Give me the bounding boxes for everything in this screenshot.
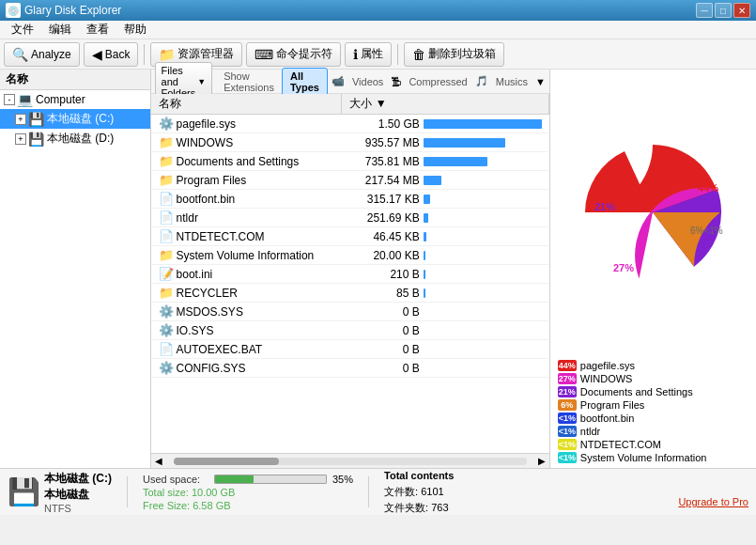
- cmd-button[interactable]: ⌨ 命令提示符: [246, 42, 341, 67]
- toolbar-sep-1: [144, 44, 145, 65]
- scroll-right[interactable]: ▶: [534, 456, 549, 466]
- explorer-icon: 📁: [159, 47, 175, 62]
- upgrade-button[interactable]: Upgrade to Pro: [678, 496, 748, 507]
- used-pct-label: 35%: [332, 474, 353, 485]
- all-types-button[interactable]: All Types: [282, 68, 328, 96]
- file-icon: 📁: [159, 286, 174, 300]
- file-icon: 📄: [159, 229, 174, 243]
- table-row[interactable]: 📁Documents and Settings735.81 MB: [151, 152, 549, 171]
- legend-label: NTDETECT.COM: [580, 439, 661, 450]
- legend-color: <1%: [558, 439, 577, 450]
- table-row[interactable]: ⚙️IO.SYS0 B: [151, 321, 549, 340]
- file-size-value: 0 B: [349, 305, 420, 319]
- legend-label: ntldr: [580, 426, 600, 437]
- close-button[interactable]: ✕: [733, 3, 750, 18]
- legend-label: bootfont.bin: [580, 413, 635, 424]
- back-icon: ◀: [92, 47, 102, 62]
- menu-help[interactable]: 帮助: [116, 20, 154, 39]
- usage-info: Used space: 35% Total size: 10.00 GB Fre…: [143, 473, 353, 511]
- analyze-button[interactable]: 🔍 Analyze: [4, 42, 80, 67]
- legend-color: 27%: [558, 373, 577, 384]
- file-name: System Volume Information: [177, 249, 315, 262]
- sidebar-item-drive-d[interactable]: + 💾 本地磁盘 (D:): [0, 129, 150, 148]
- musics-button[interactable]: Musics: [488, 74, 535, 89]
- file-size-cell: 0 B: [342, 321, 549, 340]
- sidebar: 名称 - 💻 Computer + 💾 本地磁盘 (C:) + 💾 本地磁盘 (…: [0, 70, 151, 468]
- table-row[interactable]: 📁RECYCLER85 B: [151, 284, 549, 303]
- file-size-cell: 735.81 MB: [342, 152, 549, 171]
- menu-edit[interactable]: 编辑: [41, 20, 79, 39]
- menu-view[interactable]: 查看: [79, 20, 116, 39]
- file-size-value: 315.17 KB: [349, 193, 420, 206]
- table-row[interactable]: 📄AUTOEXEC.BAT0 B: [151, 340, 549, 359]
- legend-color: 21%: [558, 386, 577, 397]
- file-table: 名称 大小 ▼ ⚙️pagefile.sys1.50 GB📁WINDOWS935…: [151, 94, 549, 378]
- properties-button[interactable]: ℹ 属性: [345, 42, 392, 67]
- total-size-label: Total size: 10.00 GB: [143, 487, 235, 498]
- usage-bar: [214, 475, 327, 484]
- file-icon: 📁: [159, 154, 174, 168]
- col-name[interactable]: 名称: [151, 94, 342, 115]
- delete-button[interactable]: 🗑 删除到垃圾箱: [404, 42, 504, 67]
- cmd-label: 命令提示符: [276, 46, 332, 62]
- legend-color: 6%: [558, 399, 577, 411]
- file-icon: 📁: [159, 248, 174, 262]
- table-row[interactable]: 📄ntldr251.69 KB: [151, 209, 549, 227]
- properties-icon: ℹ: [353, 47, 358, 62]
- file-size-cell: 315.17 KB: [342, 190, 549, 209]
- col-size[interactable]: 大小 ▼: [342, 94, 549, 115]
- file-size-cell: 217.54 MB: [342, 171, 549, 190]
- file-name: MSDOS.SYS: [177, 305, 243, 319]
- videos-button[interactable]: Videos: [345, 74, 391, 89]
- dropdown-arrow-icon: ▼: [197, 77, 206, 86]
- minimize-button[interactable]: ─: [696, 3, 713, 18]
- table-row[interactable]: ⚙️pagefile.sys1.50 GB: [151, 115, 549, 133]
- maximize-button[interactable]: □: [715, 3, 732, 18]
- file-size-value: 46.45 KB: [349, 230, 420, 243]
- size-bar: [424, 119, 542, 129]
- table-row[interactable]: 📁System Volume Information20.00 KB: [151, 246, 549, 265]
- table-row[interactable]: ⚙️CONFIG.SYS0 B: [151, 359, 549, 378]
- contents-info: Total contents 文件数: 6101 文件夹数: 763: [384, 473, 454, 511]
- sidebar-item-computer[interactable]: - 💻 Computer: [0, 90, 150, 109]
- delete-icon: 🗑: [412, 47, 425, 62]
- table-row[interactable]: 📄NTDETECT.COM46.45 KB: [151, 227, 549, 246]
- size-bar: [424, 270, 425, 279]
- table-row[interactable]: 📄bootfont.bin315.17 KB: [151, 190, 549, 209]
- chart-panel: 44% 27% 21% 6%<1% 44%pagefile.sys27%WIND…: [549, 70, 756, 468]
- file-count-label: 文件数:: [384, 486, 418, 497]
- file-name: AUTOEXEC.BAT: [177, 343, 263, 356]
- file-table-wrapper[interactable]: 名称 大小 ▼ ⚙️pagefile.sys1.50 GB📁WINDOWS935…: [151, 94, 549, 453]
- toolbar-sep-2: [397, 44, 398, 65]
- horizontal-scrollbar[interactable]: ◀ ▶: [151, 453, 549, 468]
- size-bar: [424, 251, 425, 260]
- window-controls: ─ □ ✕: [696, 3, 750, 18]
- legend-label: Program Files: [580, 399, 644, 411]
- file-name: Program Files: [177, 174, 247, 187]
- file-size-value: 20.00 KB: [349, 249, 420, 262]
- cmd-icon: ⌨: [255, 47, 273, 62]
- file-name-cell: ⚙️CONFIG.SYS: [151, 359, 342, 378]
- free-size-label: Free Size: 6.58 GB: [143, 500, 231, 511]
- upgrade-section: Upgrade to Pro: [678, 473, 748, 511]
- drive-d-label: 本地磁盘 (D:): [47, 131, 114, 147]
- back-button[interactable]: ◀ Back: [84, 42, 139, 67]
- table-row[interactable]: 📁WINDOWS935.57 MB: [151, 133, 549, 152]
- file-icon: 📄: [159, 210, 174, 225]
- sidebar-item-drive-c[interactable]: + 💾 本地磁盘 (C:): [0, 109, 150, 129]
- compressed-button[interactable]: Compressed: [401, 74, 474, 89]
- total-contents-label: Total contents: [384, 470, 454, 481]
- scroll-left[interactable]: ◀: [151, 456, 166, 466]
- show-extensions-button[interactable]: Show Extensions: [216, 69, 282, 95]
- scroll-thumb[interactable]: [174, 458, 280, 465]
- file-icon: ⚙️: [159, 117, 174, 131]
- file-size-cell: 20.00 KB: [342, 246, 549, 265]
- file-size-value: 935.57 MB: [349, 136, 420, 149]
- file-size-cell: 1.50 GB: [342, 115, 549, 133]
- table-row[interactable]: 📝boot.ini210 B: [151, 265, 549, 284]
- menu-file[interactable]: 文件: [4, 20, 41, 39]
- table-row[interactable]: ⚙️MSDOS.SYS0 B: [151, 303, 549, 321]
- table-row[interactable]: 📁Program Files217.54 MB: [151, 171, 549, 190]
- pie-chart: 44% 27% 21% 6%<1%: [568, 135, 737, 290]
- app-title: Glary Disk Explorer: [24, 4, 696, 17]
